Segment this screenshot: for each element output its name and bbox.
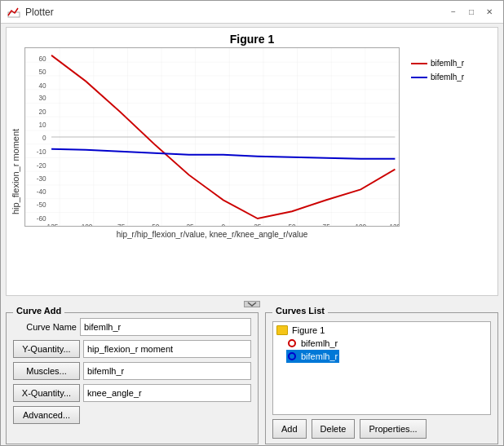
legend-label-blue: bifemlh_r xyxy=(431,73,464,82)
legend-label-red: bifemlh_r xyxy=(431,59,464,68)
svg-text:-10: -10 xyxy=(37,148,46,156)
svg-text:0: 0 xyxy=(221,223,225,226)
svg-text:100: 100 xyxy=(355,223,366,226)
curves-tree: Figure 1 bifemlh_r bifemlh_r xyxy=(272,321,491,415)
dot-icon-2 xyxy=(288,352,296,360)
svg-text:-125: -125 xyxy=(45,223,59,226)
properties-button[interactable]: Properties... xyxy=(360,419,426,439)
y-axis-label: hip_flexion_r moment xyxy=(7,47,24,295)
svg-text:25: 25 xyxy=(254,223,261,226)
muscles-row: Muscles... xyxy=(13,362,251,380)
titlebar-controls: − □ ✕ xyxy=(446,5,497,20)
chart-title: Figure 1 xyxy=(7,28,497,47)
y-quantity-input[interactable] xyxy=(83,340,251,358)
svg-text:10: 10 xyxy=(38,121,46,129)
tree-curve1-label: bifemlh_r xyxy=(301,338,338,348)
tree-curve2-label: bifemlh_r xyxy=(301,351,338,361)
minimize-button[interactable]: − xyxy=(446,5,461,20)
close-button[interactable]: ✕ xyxy=(482,5,497,20)
muscles-input[interactable] xyxy=(83,362,251,380)
advanced-button[interactable]: Advanced... xyxy=(13,406,80,424)
svg-text:40: 40 xyxy=(38,81,46,89)
svg-text:-25: -25 xyxy=(184,223,194,226)
curve-name-row: Curve Name xyxy=(13,318,251,336)
svg-text:0: 0 xyxy=(42,134,46,142)
add-button[interactable]: Add xyxy=(272,419,307,439)
muscles-button[interactable]: Muscles... xyxy=(13,362,80,380)
svg-text:-30: -30 xyxy=(37,174,46,182)
svg-text:-50: -50 xyxy=(150,223,160,226)
curve-add-panel: Curve Add Curve Name Y-Quantity... Muscl… xyxy=(6,312,259,444)
curve-add-label: Curve Add xyxy=(13,306,64,316)
legend-line-blue xyxy=(411,77,427,78)
x-quantity-row: X-Quantity... xyxy=(13,384,251,402)
svg-text:-50: -50 xyxy=(37,201,46,209)
chart-svg: 60 50 40 30 20 10 0 -10 -20 -30 -40 -50 xyxy=(25,48,399,226)
y-quantity-button[interactable]: Y-Quantity... xyxy=(13,340,80,358)
chart-plot: 60 50 40 30 20 10 0 -10 -20 -30 -40 -50 xyxy=(24,47,400,227)
folder-icon xyxy=(276,325,288,335)
svg-text:60: 60 xyxy=(38,55,46,63)
curves-list-buttons: Add Delete Properties... xyxy=(272,419,491,439)
delete-button[interactable]: Delete xyxy=(312,419,356,439)
svg-text:75: 75 xyxy=(323,223,330,226)
x-axis-label: hip_r/hip_flexion_r/value, knee_r/knee_a… xyxy=(24,228,400,242)
svg-text:125: 125 xyxy=(390,223,399,226)
svg-text:50: 50 xyxy=(38,67,46,75)
chevron-down-icon xyxy=(247,302,257,307)
titlebar-left: Plotter xyxy=(7,6,54,19)
chart-legend: bifemlh_r bifemlh_r xyxy=(406,52,496,88)
svg-text:-75: -75 xyxy=(115,223,125,226)
app-icon xyxy=(7,6,20,19)
x-quantity-input[interactable] xyxy=(83,384,251,402)
curve-name-label: Curve Name xyxy=(13,322,77,332)
curves-list-panel: Curves List Figure 1 bifemlh_r bifemlh_r xyxy=(265,312,498,444)
legend-item-red: bifemlh_r xyxy=(411,59,491,68)
legend-line-red xyxy=(411,63,427,64)
curves-list-label: Curves List xyxy=(272,306,328,316)
legend-item-blue: bifemlh_r xyxy=(411,73,491,82)
tree-figure1-label: Figure 1 xyxy=(292,325,325,335)
curve-name-input[interactable] xyxy=(80,318,251,336)
tree-indent-1: bifemlh_r xyxy=(275,337,489,350)
svg-text:-20: -20 xyxy=(37,161,46,169)
svg-text:-60: -60 xyxy=(37,214,46,223)
svg-text:-100: -100 xyxy=(79,223,93,226)
window-title: Plotter xyxy=(25,7,54,18)
tree-item-curve2[interactable]: bifemlh_r xyxy=(286,350,339,363)
svg-text:30: 30 xyxy=(38,94,46,102)
bottom-panel: Curve Add Curve Name Y-Quantity... Muscl… xyxy=(1,309,503,446)
main-window: Plotter − □ ✕ Figure 1 hip_flexion_r mom… xyxy=(0,0,504,446)
dot-icon-1 xyxy=(288,339,296,347)
svg-text:20: 20 xyxy=(38,108,46,116)
svg-text:-40: -40 xyxy=(37,188,46,196)
svg-text:50: 50 xyxy=(288,223,295,226)
tree-indent-2: bifemlh_r xyxy=(275,350,489,363)
maximize-button[interactable]: □ xyxy=(464,5,479,20)
y-quantity-row: Y-Quantity... xyxy=(13,340,251,358)
chart-area: Figure 1 hip_flexion_r moment xyxy=(6,27,498,296)
advanced-row: Advanced... xyxy=(13,406,251,424)
tree-item-figure1[interactable]: Figure 1 xyxy=(275,324,489,337)
x-quantity-button[interactable]: X-Quantity... xyxy=(13,384,80,402)
titlebar: Plotter − □ ✕ xyxy=(1,1,503,24)
collapse-button[interactable] xyxy=(244,301,260,307)
tree-item-curve1[interactable]: bifemlh_r xyxy=(286,337,339,350)
